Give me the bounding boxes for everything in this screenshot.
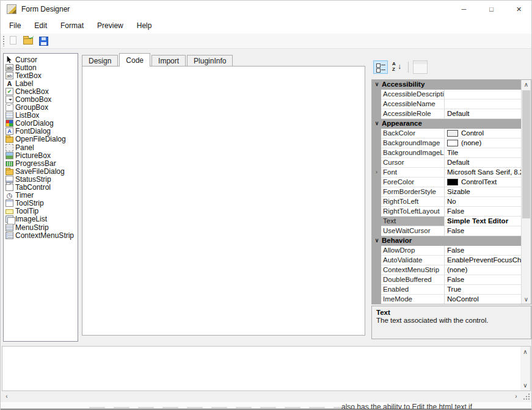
property-row-formborderstyle[interactable]: FormBorderStyleSizable	[372, 187, 531, 197]
property-row-cursor[interactable]: CursorDefault	[372, 158, 531, 168]
save-file-button[interactable]	[37, 35, 51, 48]
maximize-button[interactable]: □	[478, 1, 505, 18]
toolbox-item-label[interactable]: ALabel	[4, 79, 78, 87]
property-value[interactable]: False	[445, 226, 531, 236]
scroll-left-icon[interactable]: ‹	[2, 391, 12, 401]
tab-design[interactable]: Design	[82, 55, 118, 67]
scroll-down-icon[interactable]: ∨	[520, 380, 530, 390]
property-row-backgroundimagelayout[interactable]: BackgroundImageLayoutTile	[372, 148, 531, 158]
open-file-button[interactable]	[22, 35, 35, 48]
property-value[interactable]: EnablePreventFocusChange	[445, 256, 531, 265]
toolbox-item-cursor[interactable]: Cursor	[4, 56, 78, 63]
toolbox-item-listbox[interactable]: ListBox	[4, 112, 78, 120]
toolbox-item-tabcontrol[interactable]: TabControl	[4, 184, 78, 192]
property-value[interactable]: False	[445, 246, 531, 256]
property-value[interactable]: Tile	[445, 148, 531, 158]
menu-item-preview[interactable]: Preview	[90, 18, 130, 34]
property-row-enabled[interactable]: EnabledTrue	[372, 285, 531, 295]
property-row-usewaitcursor[interactable]: UseWaitCursorFalse	[372, 226, 531, 236]
scroll-right-icon[interactable]: ›	[511, 391, 521, 401]
toolbox-item-textbox[interactable]: abTextBox	[4, 71, 78, 79]
toolbox-item-progressbar[interactable]: ProgressBar	[4, 159, 78, 167]
property-category-accessibility[interactable]: ∨Accessibility	[372, 80, 531, 90]
toolbox-item-groupbox[interactable]: GroupBox	[4, 104, 78, 112]
scroll-up-icon[interactable]: ∧	[522, 80, 531, 89]
toolbox-item-panel[interactable]: Panel	[4, 143, 78, 151]
close-button[interactable]: ✕	[505, 1, 532, 18]
property-row-righttoleft[interactable]: RightToLeftNo	[372, 197, 531, 207]
property-row-text[interactable]: TextSimple Text Editor	[372, 217, 531, 226]
toolbox-item-button[interactable]: abButton	[4, 63, 78, 71]
property-value[interactable]: Default	[445, 109, 531, 119]
property-label: BackgroundImageLayout	[381, 148, 445, 158]
tab-plugininfo[interactable]: PluginInfo	[187, 55, 233, 67]
property-row-autovalidate[interactable]: AutoValidateEnablePreventFocusChange	[372, 256, 531, 265]
menu-item-help[interactable]: Help	[130, 18, 159, 34]
menu-item-format[interactable]: Format	[54, 18, 90, 34]
property-value[interactable]: Simple Text Editor	[445, 217, 531, 226]
toolbox-item-combobox[interactable]: ComboBox	[4, 95, 78, 103]
new-file-button[interactable]	[7, 35, 20, 48]
tab-code[interactable]: Code	[119, 53, 150, 67]
property-value[interactable]: Microsoft Sans Serif, 8.25pt	[445, 168, 531, 178]
property-row-accessibledescription[interactable]: AccessibleDescription	[372, 90, 531, 99]
alphabetical-sort-button[interactable]: A Z ↓	[390, 60, 404, 74]
scroll-up-icon[interactable]: ∧	[520, 347, 530, 357]
bottom-vertical-scrollbar[interactable]: ∧ ∨	[520, 347, 530, 390]
property-row-imemode[interactable]: ImeModeNoControl	[372, 295, 531, 304]
property-value[interactable]: (none)	[445, 265, 531, 275]
minimize-button[interactable]: ─	[450, 1, 478, 18]
categorized-view-button[interactable]	[373, 60, 388, 74]
property-row-allowdrop[interactable]: AllowDropFalse	[372, 246, 531, 256]
property-value[interactable]: Sizable	[445, 187, 531, 197]
property-value[interactable]: ControlText	[445, 178, 531, 187]
property-row-backgroundimage[interactable]: BackgroundImage(none)	[372, 138, 531, 148]
row-gutter	[372, 275, 381, 285]
toolbox-item-checkbox[interactable]: ✔CheckBox	[4, 87, 78, 95]
scrollbar-thumb[interactable]	[522, 90, 530, 218]
property-row-contextmenustrip[interactable]: ContextMenuStrip(none)	[372, 265, 531, 275]
tab-import[interactable]: Import	[151, 55, 186, 67]
property-value[interactable]: No	[445, 197, 531, 207]
property-row-font[interactable]: ›FontMicrosoft Sans Serif, 8.25pt	[372, 168, 531, 178]
menu-item-edit[interactable]: Edit	[27, 18, 54, 34]
toolbox-item-statusstrip[interactable]: StatusStrip	[4, 175, 78, 183]
property-category-appearance[interactable]: ∨Appearance	[372, 119, 531, 129]
toolbox-item-savefiledialog[interactable]: SaveFileDialog	[4, 167, 78, 175]
toolbox-item-timer[interactable]: ◷Timer	[4, 192, 78, 200]
property-row-accessiblerole[interactable]: AccessibleRoleDefault	[372, 109, 531, 119]
toolbox-item-label: TextBox	[15, 71, 42, 80]
property-value[interactable]	[445, 99, 531, 109]
toolbox-item-colordialog[interactable]: ColorDialog	[4, 120, 78, 128]
toolbar-grip[interactable]	[3, 36, 4, 46]
toolbox-item-toolstrip[interactable]: ToolStrip	[4, 200, 78, 207]
property-value[interactable]: False	[445, 275, 531, 285]
toolbox-item-tooltip[interactable]: ToolTip	[4, 207, 78, 215]
property-value[interactable]: NoControl	[445, 295, 531, 304]
property-value[interactable]: Control	[445, 129, 531, 138]
property-row-doublebuffered[interactable]: DoubleBufferedFalse	[372, 275, 531, 285]
property-row-accessiblename[interactable]: AccessibleName	[372, 99, 531, 109]
scroll-down-icon[interactable]: ∨	[522, 295, 531, 304]
property-value[interactable]	[445, 90, 531, 99]
property-value[interactable]: False	[445, 207, 531, 217]
property-value[interactable]: (none)	[445, 138, 531, 148]
toolbox-list[interactable]: CursorabButtonabTextBoxALabel✔CheckBoxCo…	[3, 53, 78, 342]
property-row-forecolor[interactable]: ForeColorControlText	[372, 178, 531, 187]
toolbox-item-openfiledialog[interactable]: OpenFileDialog	[4, 135, 78, 143]
properties-vertical-scrollbar[interactable]: ∧ ∨	[521, 80, 531, 304]
property-row-righttoleftlayout[interactable]: RightToLeftLayoutFalse	[372, 207, 531, 217]
toolbox-item-picturebox[interactable]: PictureBox	[4, 151, 78, 159]
property-value[interactable]: Default	[445, 158, 531, 168]
toolbox-item-imagelist[interactable]: ImageList	[4, 215, 78, 223]
output-text-area[interactable]: ∧ ∨	[2, 346, 531, 391]
property-value[interactable]: True	[445, 285, 531, 295]
property-row-backcolor[interactable]: BackColorControl	[372, 129, 531, 138]
row-gutter	[372, 158, 381, 168]
toolbox-item-contextmenustrip[interactable]: ContextMenuStrip	[4, 231, 78, 239]
resize-grip[interactable]	[522, 392, 531, 401]
toolbox-item-fontdialog[interactable]: AFontDialog	[4, 128, 78, 135]
bottom-horizontal-scrollbar[interactable]: ‹ ›	[2, 391, 521, 402]
menu-item-file[interactable]: File	[2, 18, 27, 34]
property-category-behavior[interactable]: ∨Behavior	[372, 236, 531, 246]
